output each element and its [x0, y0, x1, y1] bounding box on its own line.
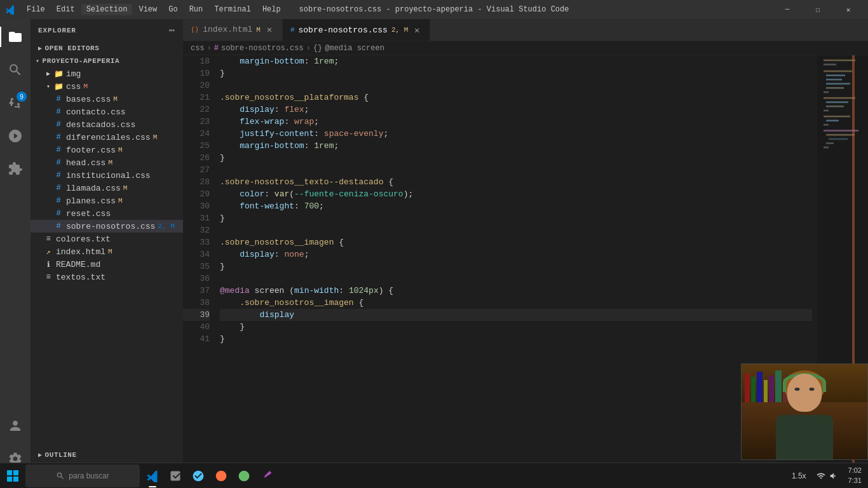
account-icon[interactable]	[0, 410, 31, 441]
head-css-label: head.css	[66, 158, 105, 168]
diferenciales-badge: M	[153, 133, 158, 141]
open-editors-label: OPEN EDITORS	[45, 44, 100, 52]
sidebar-item-head-css[interactable]: # head.css M	[31, 156, 183, 169]
open-editors-section[interactable]: ▶ OPEN EDITORS	[31, 42, 183, 55]
project-section[interactable]: ▾ PROYECTO-APEPERIA	[31, 55, 183, 67]
index-html-badge: M	[108, 248, 112, 255]
sidebar-item-colores-txt[interactable]: ≡ colores.txt	[31, 233, 183, 245]
outline-section[interactable]: ▶ OUTLINE	[31, 449, 183, 461]
index-html-label: index.html	[56, 247, 105, 257]
code-line-35: }	[220, 261, 812, 273]
css-file-icon3: #	[53, 119, 64, 130]
sidebar-item-contacto-css[interactable]: # contacto.css	[31, 105, 183, 118]
bases-css-badge: M	[113, 95, 118, 103]
window-controls: ─ ☐ ✕	[773, 0, 863, 19]
book6	[775, 370, 782, 402]
taskbar-search-icon	[56, 471, 65, 480]
sidebar-item-footer-css[interactable]: # footer.css M	[31, 144, 183, 156]
menu-view[interactable]: View	[133, 4, 162, 15]
tab-sobre-nosotros-close[interactable]: ✕	[412, 25, 422, 35]
taskbar-vscode[interactable]	[142, 464, 163, 487]
css-file-icon2: #	[53, 107, 64, 117]
camera-overlay	[741, 363, 868, 460]
menu-terminal[interactable]: Terminal	[209, 4, 256, 15]
taskbar-app5[interactable]	[257, 464, 277, 487]
sidebar-item-img[interactable]: ▶ 📁 img	[31, 67, 183, 80]
taskbar-app1[interactable]	[165, 464, 186, 487]
sidebar-item-destacados-css[interactable]: # destacados.css	[31, 118, 183, 131]
sidebar-item-reset-css[interactable]: # reset.css	[31, 207, 183, 220]
taskbar-app3[interactable]	[211, 464, 231, 487]
code-line-26: }	[220, 152, 812, 164]
svg-rect-7	[826, 87, 844, 89]
css-modified: M	[83, 83, 88, 90]
svg-rect-14	[826, 119, 839, 121]
sidebar-item-readme-md[interactable]: ℹ README.md	[31, 258, 183, 271]
code-editor[interactable]: margin-bottom: 1rem; } .sobre_nosotros__…	[215, 55, 817, 474]
index-html-modified: M	[256, 26, 261, 34]
outline-arrow: ▶	[38, 451, 43, 459]
taskbar-app2[interactable]	[188, 464, 208, 487]
explorer-icon[interactable]	[0, 22, 31, 52]
menu-file[interactable]: File	[22, 4, 50, 15]
taskbar-app4[interactable]	[234, 464, 254, 487]
left-eye	[795, 388, 800, 391]
code-line-28: .sobre-nosotros__texto--destacado {	[220, 176, 812, 188]
sidebar-item-llamada-css[interactable]: # llamada.css M	[31, 182, 183, 194]
tray-icons[interactable]	[813, 464, 842, 487]
code-line-33: .sobre_nosotros__imagen {	[220, 236, 812, 248]
run-debug-icon[interactable]	[0, 121, 31, 151]
svg-rect-17	[826, 134, 855, 136]
css-arrow: ▾	[43, 81, 53, 92]
folder-icon: 📁	[53, 69, 64, 79]
textos-icon: ≡	[43, 272, 53, 282]
project-arrow: ▾	[36, 57, 40, 65]
sidebar-item-planes-css[interactable]: # planes.css M	[31, 194, 183, 207]
code-line-36	[220, 273, 812, 285]
css-file-icon10: #	[53, 208, 64, 219]
minimize-button[interactable]: ─	[773, 0, 802, 19]
destacados-css-label: destacados.css	[66, 120, 135, 130]
svg-rect-11	[826, 105, 844, 107]
menu-go[interactable]: Go	[163, 4, 182, 15]
svg-rect-1	[824, 60, 855, 62]
search-icon[interactable]	[0, 55, 31, 85]
svg-rect-15	[824, 124, 829, 126]
svg-rect-2	[824, 64, 836, 65]
sidebar-item-institucional-css[interactable]: # institucional.css	[31, 169, 183, 182]
maximize-button[interactable]: ☐	[803, 0, 832, 19]
extensions-icon[interactable]	[0, 154, 31, 184]
tray-zoom[interactable]: 1.5x	[788, 464, 810, 487]
sidebar-item-textos-txt[interactable]: ≡ textos.txt	[31, 271, 183, 283]
menu-run[interactable]: Run	[184, 4, 208, 15]
tray-time[interactable]: 7:02 7:31	[844, 464, 865, 487]
css-file-icon: #	[53, 94, 64, 104]
start-button[interactable]	[3, 466, 23, 486]
css-folder-icon: 📁	[53, 81, 64, 92]
menu-selection[interactable]: Selection	[81, 4, 133, 15]
tab-index-html-label: index.html	[203, 25, 252, 34]
editor-content[interactable]: 18 19 20 21 22 23 24 25 26 27 28 29 30 3…	[183, 55, 817, 474]
close-button[interactable]: ✕	[834, 0, 863, 19]
sidebar-item-css[interactable]: ▾ 📁 css M	[31, 80, 183, 93]
sidebar-more-button[interactable]: ⋯	[168, 24, 175, 37]
source-control-icon[interactable]: 9	[0, 88, 31, 118]
sidebar-item-index-html[interactable]: ↗ index.html M	[31, 245, 183, 258]
code-line-19: }	[220, 67, 812, 79]
menu-edit[interactable]: Edit	[51, 4, 80, 15]
taskbar-search[interactable]: para buscar	[25, 464, 140, 487]
html-tab-icon: ⟨⟩	[191, 25, 199, 34]
footer-badge: M	[118, 146, 123, 154]
sidebar-item-sobre-nosotros-css[interactable]: # sobre-nosotros.css 2, M	[31, 220, 183, 233]
tab-index-html[interactable]: ⟨⟩ index.html M ✕	[183, 19, 283, 41]
book1	[745, 374, 750, 402]
tab-sobre-nosotros-css[interactable]: # sobre-nosotros.css 2, M ✕	[283, 19, 430, 41]
css-file-icon11: #	[53, 221, 64, 231]
sidebar-item-bases-css[interactable]: # bases.css M	[31, 93, 183, 105]
tab-index-html-close[interactable]: ✕	[264, 25, 275, 35]
llamada-badge: M	[123, 184, 128, 192]
readme-icon: ℹ	[43, 259, 53, 269]
menu-help[interactable]: Help	[257, 4, 286, 15]
breadcrumb-sep2: ›	[306, 44, 311, 53]
sidebar-item-diferenciales-css[interactable]: # diferenciales.css M	[31, 131, 183, 144]
